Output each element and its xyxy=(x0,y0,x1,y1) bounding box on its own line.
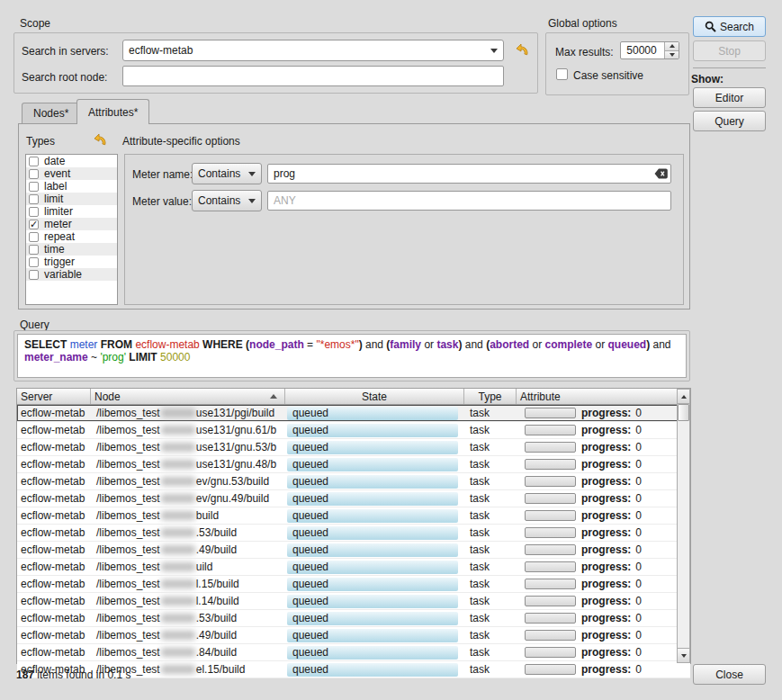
scrollbar-thumb[interactable] xyxy=(678,404,689,421)
cell-server: ecflow-metab xyxy=(17,507,91,524)
unchecked-checkbox[interactable] xyxy=(29,169,39,179)
state-badge: queued xyxy=(287,646,458,660)
unchecked-checkbox[interactable] xyxy=(29,207,39,217)
state-badge: queued xyxy=(287,629,458,642)
checked-checkbox[interactable]: ✓ xyxy=(29,220,39,229)
table-row[interactable]: ecflow-metab /libemos_testl.15/build que… xyxy=(17,576,690,593)
servers-combobox[interactable]: ecflow-metab xyxy=(122,40,504,61)
table-row[interactable]: ecflow-metab /libemos_test.53/build queu… xyxy=(17,610,690,627)
query-button[interactable]: Query xyxy=(693,111,766,131)
cell-state: queued xyxy=(285,490,464,507)
type-row-meter[interactable]: ✓meter xyxy=(26,218,117,230)
type-row-limiter[interactable]: limiter xyxy=(26,205,117,218)
cell-server: ecflow-metab xyxy=(17,525,91,541)
cell-server: ecflow-metab xyxy=(17,473,91,489)
table-row[interactable]: ecflow-metab /libemos_test.84/build queu… xyxy=(17,644,690,661)
reset-servers-icon[interactable] xyxy=(513,41,529,58)
cell-type: task xyxy=(464,405,517,421)
spin-down-button[interactable] xyxy=(665,51,679,59)
cell-state: queued xyxy=(285,576,464,592)
unchecked-checkbox[interactable] xyxy=(29,182,39,192)
vertical-scrollbar[interactable] xyxy=(677,389,690,663)
type-row-label[interactable]: label xyxy=(26,180,117,193)
column-header-type[interactable]: Type xyxy=(464,389,517,404)
cell-type: task xyxy=(464,610,517,626)
stop-button[interactable]: Stop xyxy=(693,40,766,61)
tab-attributes[interactable]: Attributes* xyxy=(76,99,149,124)
table-body: ecflow-metab /libemos_testuse131/pgi/bui… xyxy=(17,405,690,678)
type-row-time[interactable]: time xyxy=(26,243,117,256)
progress-bar xyxy=(525,493,576,504)
scroll-up-button[interactable] xyxy=(678,390,689,404)
types-list[interactable]: dateeventlabellimitlimiter✓meterrepeatti… xyxy=(25,154,118,305)
table-row[interactable]: ecflow-metab /libemos_testuild queued ta… xyxy=(17,559,690,576)
max-results-spinbox[interactable]: 50000 xyxy=(620,41,679,59)
table-row[interactable]: ecflow-metab /libemos_testev/gnu.49/buil… xyxy=(17,490,690,507)
column-header-attribute[interactable]: Attribute xyxy=(517,389,677,404)
unchecked-checkbox[interactable] xyxy=(29,194,39,204)
cell-attribute: progress:0 xyxy=(517,593,677,609)
column-header-server[interactable]: Server xyxy=(17,389,91,404)
editor-button-label: Editor xyxy=(715,92,743,104)
chevron-down-icon xyxy=(248,172,256,176)
type-label: event xyxy=(44,167,70,180)
state-badge: queued xyxy=(287,458,458,471)
column-header-node[interactable]: Node xyxy=(91,389,285,404)
table-row[interactable]: ecflow-metab /libemos_testbuild queued t… xyxy=(17,507,690,525)
type-row-limit[interactable]: limit xyxy=(26,193,117,205)
table-row[interactable]: ecflow-metab /libemos_test.53/build queu… xyxy=(17,525,690,542)
redacted-blur xyxy=(161,545,195,554)
unchecked-checkbox[interactable] xyxy=(29,270,39,280)
meter-name-op-combobox[interactable]: Contains xyxy=(192,163,262,184)
table-row[interactable]: ecflow-metab /libemos_testuse131/gnu.53/… xyxy=(17,439,690,456)
root-node-input[interactable] xyxy=(122,66,504,86)
table-row[interactable]: ecflow-metab /libemos_testuse131/gnu.61/… xyxy=(17,422,690,439)
scroll-down-button[interactable] xyxy=(678,648,689,662)
max-results-value: 50000 xyxy=(621,42,664,58)
tab-nodes-label: Nodes* xyxy=(33,107,68,120)
unchecked-checkbox[interactable] xyxy=(29,232,39,242)
table-row[interactable]: ecflow-metab /libemos_testev/gnu.53/buil… xyxy=(17,473,690,490)
table-row[interactable]: ecflow-metab /libemos_testuse131/gnu.48/… xyxy=(17,456,690,473)
cell-state: queued xyxy=(285,507,464,524)
close-button[interactable]: Close xyxy=(693,664,766,685)
cell-node: /libemos_testuse131/gnu.48/b xyxy=(91,456,285,472)
search-button[interactable]: Search xyxy=(693,16,766,37)
max-results-label: Max results: xyxy=(555,46,614,58)
table-row[interactable]: ecflow-metab /libemos_test.49/build queu… xyxy=(17,627,690,644)
cell-attribute: progress:0 xyxy=(517,576,677,592)
meter-value-input[interactable] xyxy=(267,191,671,211)
type-row-event[interactable]: event xyxy=(26,167,117,180)
unchecked-checkbox[interactable] xyxy=(29,157,39,166)
table-row[interactable]: ecflow-metab /libemos_test.49/build queu… xyxy=(17,542,690,559)
editor-button[interactable]: Editor xyxy=(693,87,766,108)
spin-up-button[interactable] xyxy=(665,42,679,51)
column-header-state[interactable]: State xyxy=(285,389,464,404)
type-row-repeat[interactable]: repeat xyxy=(26,230,117,243)
cell-attribute: progress:0 xyxy=(517,456,677,472)
unchecked-checkbox[interactable] xyxy=(29,245,39,255)
type-row-variable[interactable]: variable xyxy=(26,268,117,281)
meter-value-op-combobox[interactable]: Contains xyxy=(192,190,262,211)
query-groupbox: SELECT meter FROM ecflow-metab WHERE (no… xyxy=(13,330,690,381)
cell-state: queued xyxy=(285,542,464,558)
table-header: Server Node State Type Attribute xyxy=(17,389,690,405)
type-row-trigger[interactable]: trigger xyxy=(26,256,117,268)
tab-nodes[interactable]: Nodes* xyxy=(22,103,80,123)
servers-label: Search in servers: xyxy=(22,45,109,58)
types-label: Types xyxy=(26,135,55,148)
meter-name-input[interactable] xyxy=(267,164,671,184)
progress-bar xyxy=(525,561,576,572)
unchecked-checkbox[interactable] xyxy=(29,257,39,267)
clear-input-icon[interactable] xyxy=(653,167,669,180)
cell-node: /libemos_test.53/build xyxy=(91,610,285,626)
cell-node: /libemos_test.84/build xyxy=(91,644,285,660)
reset-types-icon[interactable] xyxy=(91,131,107,148)
case-sensitive-checkbox[interactable] xyxy=(556,68,568,80)
redacted-blur xyxy=(161,426,195,435)
cell-state: queued xyxy=(285,593,464,609)
table-row[interactable]: ecflow-metab /libemos_testl.14/build que… xyxy=(17,593,690,610)
table-row[interactable]: ecflow-metab /libemos_testuse131/pgi/bui… xyxy=(17,405,690,422)
query-group-title: Query xyxy=(20,319,49,331)
type-row-date[interactable]: date xyxy=(26,155,117,167)
